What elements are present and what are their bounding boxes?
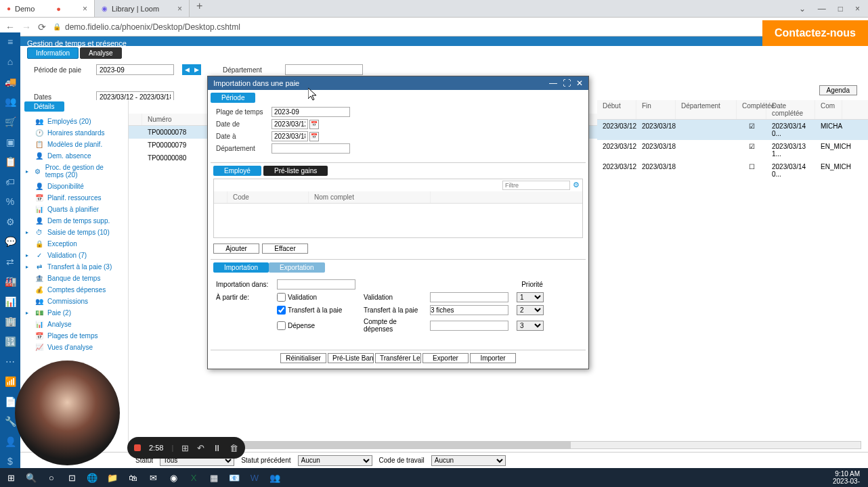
reinitialiser-button[interactable]: Réinitialiser: [280, 353, 326, 363]
nav-item[interactable]: ▸⚙Proc. de gestion de temps (20): [20, 162, 128, 181]
date-de-input[interactable]: [272, 119, 308, 129]
teams-icon[interactable]: 👥: [267, 469, 283, 486]
dept-input[interactable]: [285, 64, 363, 75]
home-icon[interactable]: ⌂: [3, 55, 17, 69]
system-clock[interactable]: 9:10 AM 2023-03-: [827, 470, 865, 485]
taskview-icon[interactable]: ⊡: [64, 469, 80, 486]
col-code[interactable]: Code: [227, 191, 309, 203]
filter-input[interactable]: [502, 181, 570, 190]
nav-item[interactable]: 🔒Exception: [20, 238, 128, 250]
edge-icon[interactable]: 🌐: [84, 469, 100, 486]
explorer-icon[interactable]: 📁: [104, 469, 121, 486]
close-icon[interactable]: ✕: [576, 78, 583, 88]
box-icon[interactable]: ▣: [3, 135, 17, 149]
col-dept[interactable]: Département: [676, 100, 737, 119]
next-icon[interactable]: ▶: [192, 64, 201, 75]
nav-item[interactable]: 👥Commissions: [20, 296, 128, 307]
col-numero[interactable]: Numéro: [142, 114, 210, 125]
prio-1-select[interactable]: 1: [517, 292, 544, 302]
url-input[interactable]: 🔒 demo.fidelio.ca/phoenix/Desktop/Deskto…: [53, 22, 863, 32]
word-icon[interactable]: W: [246, 469, 263, 486]
effacer-button[interactable]: Effacer: [262, 244, 308, 254]
tab-periode[interactable]: Période: [211, 93, 255, 103]
validation-checkbox[interactable]: Validation: [277, 293, 358, 302]
chevron-down-icon[interactable]: ⌄: [799, 4, 806, 14]
start-icon[interactable]: ⊞: [3, 469, 19, 486]
tag-icon[interactable]: 🏷: [3, 175, 17, 189]
importation-dans-input[interactable]: [277, 279, 355, 289]
app-icon[interactable]: ▦: [206, 469, 222, 486]
calc-icon[interactable]: 🔢: [3, 335, 17, 348]
calendar-icon[interactable]: 📅: [309, 120, 319, 129]
close-icon[interactable]: ×: [177, 4, 182, 14]
search-icon[interactable]: 🔍: [23, 469, 39, 486]
prev-icon[interactable]: ◀: [182, 64, 192, 75]
nav-item[interactable]: 📊Analyse: [20, 319, 128, 330]
browser-tab-loom[interactable]: ◉ Library | Loom ×: [95, 0, 190, 17]
nav-item[interactable]: ▸💵Paie (2): [20, 307, 128, 319]
contact-us-button[interactable]: Contactez-nous: [762, 20, 868, 46]
record-icon[interactable]: [134, 444, 141, 451]
loom-camera-bubble[interactable]: [15, 361, 120, 465]
transfert-lookup[interactable]: [430, 305, 508, 315]
back-icon[interactable]: ←: [5, 22, 15, 32]
new-tab-button[interactable]: +: [190, 0, 209, 17]
pause-icon[interactable]: ⏸: [213, 443, 221, 453]
col-fin[interactable]: Fin: [636, 100, 676, 119]
store-icon[interactable]: 🛍: [125, 469, 141, 486]
chat-icon[interactable]: 💬: [3, 235, 17, 248]
maximize-icon[interactable]: □: [838, 4, 843, 14]
factory-icon[interactable]: 🏭: [3, 275, 17, 289]
tab-importation[interactable]: Importation: [213, 262, 269, 273]
dept-input[interactable]: [272, 143, 350, 154]
tab-details[interactable]: Détails: [24, 101, 64, 112]
ajouter-button[interactable]: Ajouter: [213, 244, 259, 254]
clipboard-icon[interactable]: 📋: [3, 155, 17, 168]
close-icon[interactable]: ×: [855, 4, 860, 14]
col-completee[interactable]: Complétée: [737, 100, 766, 119]
agenda-button[interactable]: Agenda: [819, 85, 857, 95]
maximize-icon[interactable]: ⛶: [563, 78, 571, 88]
cart-icon[interactable]: 🛒: [3, 115, 17, 129]
truck-icon[interactable]: 🚚: [3, 75, 17, 89]
user-icon[interactable]: 👤: [3, 435, 17, 448]
bars-icon[interactable]: 📶: [3, 375, 17, 388]
nav-item[interactable]: ▸⇄Transfert à la paie (3): [20, 261, 128, 273]
calendar-icon[interactable]: 📅: [309, 132, 319, 141]
validation-lookup[interactable]: [430, 292, 508, 302]
minimize-icon[interactable]: —: [818, 4, 826, 14]
minimize-icon[interactable]: —: [549, 78, 557, 88]
periode-input[interactable]: [96, 64, 174, 75]
nav-item[interactable]: 📅Plages de temps: [20, 330, 128, 342]
gear-icon[interactable]: ⚙: [3, 215, 17, 229]
table-row[interactable]: 2023/03/122023/03/18☑2023/03/13 1...EN_M…: [597, 140, 868, 160]
nav-item[interactable]: 🕐Horaires standards: [20, 127, 128, 139]
col-debut[interactable]: Début: [597, 100, 636, 119]
reload-icon[interactable]: ⟳: [38, 22, 46, 32]
tab-preliste[interactable]: Pré-liste gains: [263, 166, 328, 176]
modal-titlebar[interactable]: Importation dans une paie — ⛶ ✕: [208, 76, 588, 90]
nav-item[interactable]: ▸✓Validation (7): [20, 250, 128, 261]
percent-icon[interactable]: %: [3, 195, 17, 208]
prio-3-select[interactable]: 3: [517, 321, 544, 331]
col-nom[interactable]: Nom complet: [309, 191, 431, 203]
exporter-button[interactable]: Exporter: [422, 353, 469, 363]
compte-lookup[interactable]: [430, 321, 508, 331]
exchange-icon[interactable]: ⇄: [3, 255, 17, 269]
chart-icon[interactable]: 📊: [3, 295, 17, 308]
date-a-input[interactable]: [272, 131, 308, 141]
more-icon[interactable]: ⋯: [3, 355, 17, 369]
menu-icon[interactable]: ≡: [3, 35, 17, 49]
table-row[interactable]: 2023/03/122023/03/18☑2023/03/14 0...MICH…: [597, 120, 868, 140]
outlook-icon[interactable]: 📧: [226, 469, 242, 486]
forward-icon[interactable]: →: [22, 22, 31, 32]
nav-item[interactable]: 📋Modèles de planif.: [20, 139, 128, 150]
trash-icon[interactable]: 🗑: [230, 443, 238, 453]
close-icon[interactable]: ×: [83, 4, 87, 14]
prio-2-select[interactable]: 2: [517, 305, 544, 315]
transferer-button[interactable]: Transférer Les Sa: [375, 353, 421, 363]
tab-employe[interactable]: Employé: [213, 166, 261, 176]
code-select[interactable]: Aucun: [431, 455, 506, 466]
nav-item[interactable]: ▸⏱Saisie de temps (10): [20, 227, 128, 238]
nav-item[interactable]: 📊Quarts à planifier: [20, 204, 128, 215]
